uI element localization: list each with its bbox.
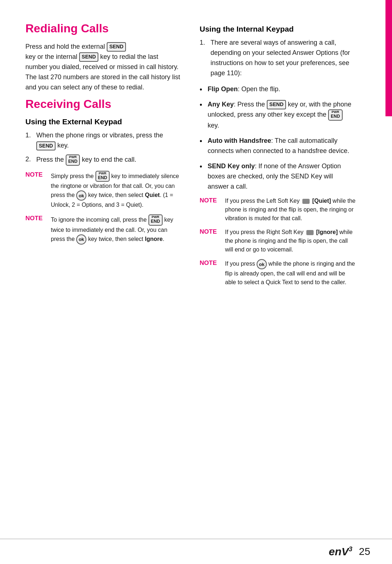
end-key-note1: PWREND xyxy=(95,171,110,182)
ok-key-note5: ok xyxy=(257,259,267,269)
send-key-any: SEND xyxy=(267,100,286,109)
intro-item: 1. There are several ways of answering a… xyxy=(200,38,356,78)
internal-keypad-intro: 1. There are several ways of answering a… xyxy=(200,38,356,78)
note-3: NOTE If you press the Left Soft Key [Qui… xyxy=(200,197,356,223)
end-key-any: PWREND xyxy=(328,109,342,121)
step-1: 1. When the phone rings or vibrates, pre… xyxy=(25,130,181,151)
receiving-title: Receiving Calls xyxy=(25,97,181,111)
step-2: 2. Press the PWREND key to end the call. xyxy=(25,154,181,166)
send-key-internal: SEND xyxy=(79,52,98,62)
ok-key-note1: ok xyxy=(76,190,86,201)
external-keypad-steps: 1. When the phone rings or vibrates, pre… xyxy=(25,130,181,165)
bullet-send-only: • SEND Key only: If none of the Answer O… xyxy=(200,161,356,192)
answer-options-list: • Flip Open: Open the flip. • Any Key: P… xyxy=(200,84,356,192)
note-1: NOTE Simply press the PWREND key to imme… xyxy=(25,171,181,210)
right-soft-key-icon xyxy=(306,230,314,235)
redialing-body: Press and hold the external SEND key or … xyxy=(25,42,181,92)
end-key-step2: PWREND xyxy=(66,154,80,166)
bottom-bar: enV3 25 xyxy=(0,539,392,564)
send-key-step1: SEND xyxy=(36,141,56,151)
end-key-note2: PWREND xyxy=(148,214,163,226)
bullet-any-key: • Any Key: Press the SEND key or, with t… xyxy=(200,100,356,131)
content-wrapper: Redialing Calls Press and hold the exter… xyxy=(25,22,367,292)
note-2: NOTE To ignore the incoming call, press … xyxy=(25,214,181,245)
internal-keypad-title: Using the Internal Keypad xyxy=(200,25,356,33)
external-keypad-title: Using the External Keypad xyxy=(25,117,181,126)
note-4: NOTE If you press the Right Soft Key [Ig… xyxy=(200,228,356,254)
page-number: 25 xyxy=(359,546,370,557)
svg-rect-0 xyxy=(302,199,310,204)
bullet-auto-handsfree: • Auto with Handsfree: The call automati… xyxy=(200,136,356,156)
ok-key-note2: ok xyxy=(76,234,86,245)
redialing-title: Redialing Calls xyxy=(25,22,181,35)
left-soft-key-icon xyxy=(302,198,310,204)
note-5: NOTE If you press ok while the phone is … xyxy=(200,259,356,287)
left-column: Redialing Calls Press and hold the exter… xyxy=(25,22,181,292)
bullet-flip-open: • Flip Open: Open the flip. xyxy=(200,84,356,94)
svg-rect-1 xyxy=(306,230,314,235)
send-key-external: SEND xyxy=(107,42,126,52)
page-container: Redialing Calls Press and hold the exter… xyxy=(0,0,392,564)
accent-bar xyxy=(385,0,392,116)
env-logo: enV3 xyxy=(329,545,352,558)
right-column: Using the Internal Keypad 1. There are s… xyxy=(200,22,356,292)
